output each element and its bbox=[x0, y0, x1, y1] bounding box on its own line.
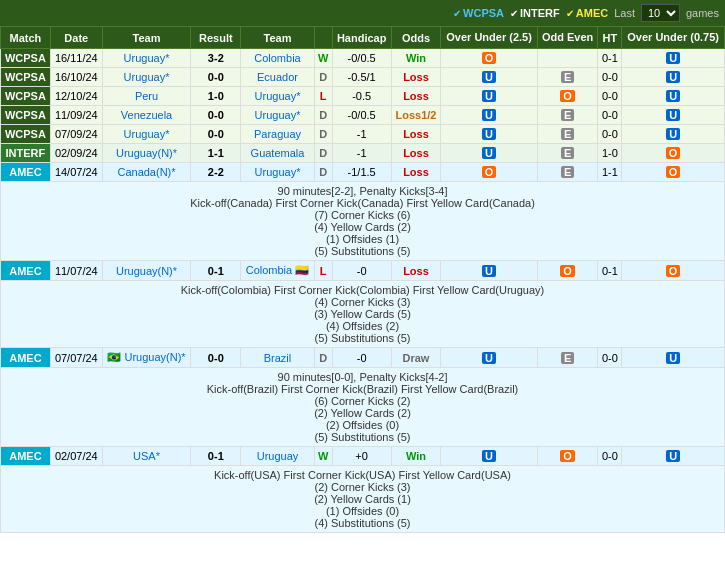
games-select[interactable]: 10 20 30 bbox=[641, 4, 680, 22]
oe-cell: E bbox=[537, 144, 598, 163]
team-link[interactable]: Uruguay(N)* bbox=[116, 265, 177, 277]
ht-cell: 1-0 bbox=[598, 144, 622, 163]
team1-cell[interactable]: Uruguay* bbox=[102, 125, 191, 144]
date-cell: 12/10/24 bbox=[50, 87, 102, 106]
team1-cell[interactable]: USA* bbox=[102, 447, 191, 466]
handicap-cell: -0.5/1 bbox=[332, 68, 391, 87]
team-link[interactable]: Guatemala bbox=[251, 147, 305, 159]
team2-cell[interactable]: Colombia bbox=[241, 49, 314, 68]
interf-check-icon: ✔ bbox=[510, 8, 518, 19]
ou25-cell: U bbox=[441, 106, 537, 125]
team1-cell[interactable]: Uruguay(N)* bbox=[102, 144, 191, 163]
team-link[interactable]: USA* bbox=[133, 450, 160, 462]
detail-line: (2) Yellow Cards (2) bbox=[4, 407, 721, 419]
ou075-cell: O bbox=[622, 261, 725, 281]
ou075-cell: U bbox=[622, 125, 725, 144]
odds-cell: Loss bbox=[391, 144, 441, 163]
detail-line: (2) Yellow Cards (1) bbox=[4, 493, 721, 505]
team-link[interactable]: Uruguay(N)* bbox=[116, 147, 177, 159]
comp-cell: AMEC bbox=[1, 163, 51, 182]
amec-label: AMEC bbox=[576, 7, 608, 19]
comp-cell: WCPSA bbox=[1, 106, 51, 125]
team-link[interactable]: Canada(N)* bbox=[117, 166, 175, 178]
team-link[interactable]: Uruguay* bbox=[255, 109, 301, 121]
games-label: games bbox=[686, 7, 719, 19]
handicap-cell: -0.5 bbox=[332, 87, 391, 106]
team2-cell[interactable]: Paraguay bbox=[241, 125, 314, 144]
date-cell: 02/07/24 bbox=[50, 447, 102, 466]
last-label: Last bbox=[614, 7, 635, 19]
detail-line: (1) Offsides (0) bbox=[4, 505, 721, 517]
detail-cell: 90 minutes[0-0], Penalty Kicks[4-2]Kick-… bbox=[1, 368, 725, 447]
detail-row: 90 minutes[0-0], Penalty Kicks[4-2]Kick-… bbox=[1, 368, 725, 447]
ou25-cell: O bbox=[441, 49, 537, 68]
team-link[interactable]: Uruguay* bbox=[255, 166, 301, 178]
amec-filter[interactable]: ✔ AMEC bbox=[566, 7, 608, 19]
comp-cell: WCPSA bbox=[1, 87, 51, 106]
team1-cell[interactable]: Venezuela bbox=[102, 106, 191, 125]
result-cell: 0-0 bbox=[191, 125, 241, 144]
team2-cell[interactable]: Uruguay* bbox=[241, 106, 314, 125]
team2-cell[interactable]: Ecuador bbox=[241, 68, 314, 87]
team2-cell[interactable]: Uruguay bbox=[241, 447, 314, 466]
team2-cell[interactable]: Brazil bbox=[241, 348, 314, 368]
odds-cell: Loss bbox=[391, 261, 441, 281]
team-link[interactable]: Uruguay* bbox=[124, 128, 170, 140]
team-link[interactable]: Uruguay* bbox=[124, 52, 170, 64]
ou075-cell: U bbox=[622, 68, 725, 87]
team-link[interactable]: 🇧🇷 Uruguay(N)* bbox=[107, 351, 185, 363]
ou25-cell: U bbox=[441, 125, 537, 144]
odds-cell: Loss bbox=[391, 87, 441, 106]
wdl-cell: L bbox=[314, 87, 332, 106]
date-cell: 07/09/24 bbox=[50, 125, 102, 144]
team-link[interactable]: Uruguay bbox=[257, 450, 299, 462]
results-table: Match Date Team Result Team Handicap Odd… bbox=[0, 26, 725, 533]
team2-cell[interactable]: Colombia 🇨🇴 bbox=[241, 261, 314, 281]
team-link[interactable]: Colombia 🇨🇴 bbox=[246, 264, 310, 276]
comp-cell: AMEC bbox=[1, 261, 51, 281]
team-link[interactable]: Uruguay* bbox=[124, 71, 170, 83]
ht-cell: 0-1 bbox=[598, 49, 622, 68]
team1-cell[interactable]: 🇧🇷 Uruguay(N)* bbox=[102, 348, 191, 368]
comp-cell: WCPSA bbox=[1, 49, 51, 68]
team2-cell[interactable]: Guatemala bbox=[241, 144, 314, 163]
team2-cell[interactable]: Uruguay* bbox=[241, 163, 314, 182]
wdl-cell: W bbox=[314, 49, 332, 68]
date-cell: 11/09/24 bbox=[50, 106, 102, 125]
comp-cell: WCPSA bbox=[1, 125, 51, 144]
ht-cell: 0-0 bbox=[598, 125, 622, 144]
detail-line: (2) Offsides (0) bbox=[4, 419, 721, 431]
interf-filter[interactable]: ✔ INTERF bbox=[510, 7, 560, 19]
team-link[interactable]: Brazil bbox=[264, 352, 292, 364]
team-link[interactable]: Colombia bbox=[254, 52, 300, 64]
team2-cell[interactable]: Uruguay* bbox=[241, 87, 314, 106]
amec-check-icon: ✔ bbox=[566, 8, 574, 19]
result-cell: 0-1 bbox=[191, 261, 241, 281]
col-odds: Odds bbox=[391, 27, 441, 49]
wcpsa-label: WCPSA bbox=[463, 7, 504, 19]
oe-cell: E bbox=[537, 68, 598, 87]
detail-line: (3) Yellow Cards (5) bbox=[4, 308, 721, 320]
team-link[interactable]: Peru bbox=[135, 90, 158, 102]
ht-cell: 0-0 bbox=[598, 348, 622, 368]
col-ou075: Over Under (0.75) bbox=[622, 27, 725, 49]
ht-cell: 1-1 bbox=[598, 163, 622, 182]
team-link[interactable]: Uruguay* bbox=[255, 90, 301, 102]
table-row: WCPSA 12/10/24 Peru 1-0 Uruguay* L -0.5 … bbox=[1, 87, 725, 106]
ou25-cell: U bbox=[441, 68, 537, 87]
team1-cell[interactable]: Uruguay* bbox=[102, 49, 191, 68]
team-link[interactable]: Venezuela bbox=[121, 109, 172, 121]
detail-line: Kick-off(USA) First Corner Kick(USA) Fir… bbox=[4, 469, 721, 481]
wcpsa-filter[interactable]: ✔ WCPSA bbox=[453, 7, 504, 19]
team1-cell[interactable]: Uruguay(N)* bbox=[102, 261, 191, 281]
team-link[interactable]: Paraguay bbox=[254, 128, 301, 140]
oe-cell: E bbox=[537, 348, 598, 368]
oe-cell bbox=[537, 49, 598, 68]
team1-cell[interactable]: Peru bbox=[102, 87, 191, 106]
ou25-cell: U bbox=[441, 447, 537, 466]
team1-cell[interactable]: Uruguay* bbox=[102, 68, 191, 87]
team-link[interactable]: Ecuador bbox=[257, 71, 298, 83]
table-row: AMEC 14/07/24 Canada(N)* 2-2 Uruguay* D … bbox=[1, 163, 725, 182]
team1-cell[interactable]: Canada(N)* bbox=[102, 163, 191, 182]
odds-cell: Loss bbox=[391, 68, 441, 87]
